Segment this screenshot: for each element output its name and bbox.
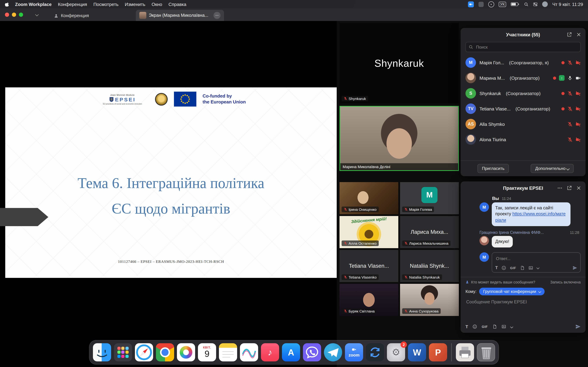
menu-edit[interactable]: Изменить bbox=[125, 1, 145, 7]
participants-search[interactable] bbox=[466, 42, 581, 52]
user-switcher-icon[interactable] bbox=[542, 1, 548, 7]
mic-muted-icon[interactable] bbox=[567, 106, 573, 111]
mic-muted-icon[interactable] bbox=[567, 91, 573, 96]
input-source-badge[interactable]: УК bbox=[499, 1, 506, 7]
camera-on-icon[interactable] bbox=[575, 75, 581, 81]
presentation-slide: Jean Monnet Module EPSEI EU practices of… bbox=[5, 87, 337, 278]
participant-row[interactable]: S Shynkaruk (Соорганизатор) bbox=[461, 86, 586, 101]
chat-recipient-selector[interactable]: Групповой чат конференции bbox=[479, 288, 545, 295]
dock-printer-icon[interactable] bbox=[456, 343, 474, 361]
speaker-muted-label: Shynkaruk bbox=[342, 96, 368, 101]
video-tile[interactable]: M Марія Голева bbox=[400, 182, 459, 214]
format-text-icon[interactable]: T bbox=[466, 324, 468, 329]
screenshot-icon[interactable] bbox=[501, 324, 506, 329]
chat-message-input[interactable] bbox=[466, 299, 582, 305]
attach-file-icon[interactable] bbox=[520, 266, 525, 270]
participant-row[interactable]: M Марія Гол... (Соорганизатор, я) bbox=[461, 55, 586, 70]
mic-muted-icon[interactable] bbox=[567, 121, 573, 127]
dock-viber-icon[interactable] bbox=[303, 343, 321, 361]
gif-icon[interactable]: GIF bbox=[510, 266, 516, 270]
dock-calendar-icon[interactable]: КВІТ. 9 bbox=[198, 343, 216, 361]
tab-screen-share[interactable]: Экран (Марина Миколаївна... bbox=[136, 10, 224, 21]
dock-finder-icon[interactable] bbox=[93, 343, 111, 361]
popout-icon[interactable] bbox=[567, 32, 572, 37]
dock-chrome-icon[interactable] bbox=[156, 343, 174, 361]
chevron-down-icon[interactable] bbox=[510, 325, 513, 328]
video-tile[interactable]: Анна Сухорукова bbox=[400, 284, 459, 316]
dock-zoom-icon[interactable]: zoom bbox=[345, 343, 363, 361]
search-input[interactable] bbox=[475, 44, 578, 50]
menu-help[interactable]: Справка bbox=[169, 1, 186, 7]
control-center-icon[interactable] bbox=[533, 2, 538, 7]
reply-input[interactable] bbox=[495, 256, 579, 261]
tab-list-chevron-icon[interactable] bbox=[35, 13, 39, 16]
camera-muted-icon[interactable] bbox=[575, 121, 581, 127]
camera-muted-icon[interactable] bbox=[575, 106, 581, 111]
video-tile[interactable]: Здійснення мрій! Алла Остапенко bbox=[339, 216, 398, 248]
video-tile[interactable]: Tetiana Vlasen... Tetiana Vlasenko bbox=[339, 250, 398, 282]
menu-view[interactable]: Посмотреть bbox=[94, 1, 119, 7]
dock-music-icon[interactable]: ♪ bbox=[261, 343, 279, 361]
video-tile[interactable]: Буряк Світлана bbox=[339, 284, 398, 316]
dock-photos-icon[interactable] bbox=[177, 343, 195, 361]
screenshot-icon[interactable] bbox=[528, 266, 533, 270]
dock-wave-app-icon[interactable] bbox=[240, 343, 258, 361]
emoji-icon[interactable] bbox=[502, 266, 506, 270]
gif-icon[interactable]: GIF bbox=[482, 325, 488, 329]
video-tile[interactable]: Лариса Миха... Лариса Михальчишина bbox=[400, 216, 459, 248]
more-options-icon[interactable] bbox=[557, 185, 562, 191]
dock-safari-icon[interactable] bbox=[135, 343, 153, 361]
participant-row[interactable]: Марина М... (Организатор) ↑ bbox=[461, 70, 586, 86]
mic-muted-icon[interactable] bbox=[567, 60, 573, 65]
popout-icon[interactable] bbox=[567, 185, 572, 191]
tab-conference[interactable]: Конференция bbox=[49, 10, 94, 21]
app-status-icon[interactable] bbox=[478, 1, 484, 7]
tab-more-icon[interactable] bbox=[214, 12, 221, 19]
dock-telegram-icon[interactable] bbox=[324, 343, 342, 361]
video-tile[interactable]: Ірина Онищенко bbox=[339, 182, 398, 214]
dock-powerpoint-icon[interactable]: P bbox=[429, 343, 447, 361]
apple-menu-icon[interactable] bbox=[5, 1, 9, 7]
send-icon[interactable] bbox=[575, 324, 581, 329]
reply-box[interactable]: T GIF bbox=[492, 252, 581, 273]
dock-launchpad-icon[interactable] bbox=[114, 343, 132, 361]
more-button[interactable]: Дополнительно bbox=[531, 164, 574, 173]
dock-appstore-icon[interactable]: A bbox=[282, 343, 300, 361]
participant-row[interactable]: TV Tetiana Vlase... (Соорганизатор) bbox=[461, 101, 586, 117]
participant-row[interactable]: AS Alla Shymko bbox=[461, 117, 586, 132]
menu-window[interactable]: Окно bbox=[152, 1, 162, 7]
fullscreen-window-button[interactable] bbox=[19, 13, 23, 17]
mic-muted-icon[interactable] bbox=[567, 137, 573, 142]
menu-app-name[interactable]: Zoom Workplace bbox=[15, 1, 52, 7]
camera-muted-icon[interactable] bbox=[575, 60, 581, 65]
mic-muted-icon bbox=[344, 97, 347, 100]
mic-on-icon[interactable] bbox=[567, 75, 573, 81]
video-tile[interactable]: Nataliia Shynk... Nataliia Shynkaruk bbox=[400, 250, 459, 282]
menu-conference[interactable]: Конференция bbox=[58, 1, 87, 7]
close-icon[interactable] bbox=[576, 185, 581, 191]
close-icon[interactable] bbox=[576, 32, 581, 37]
close-window-button[interactable] bbox=[5, 13, 9, 17]
battery-icon[interactable] bbox=[511, 2, 519, 6]
active-speaker-video[interactable]: Марина Миколаївна Дєліні bbox=[339, 106, 459, 171]
camera-muted-icon[interactable] bbox=[575, 91, 581, 96]
dock-word-icon[interactable]: W bbox=[408, 343, 426, 361]
dock-sync-app-icon[interactable] bbox=[366, 343, 384, 361]
camera-muted-icon[interactable] bbox=[575, 137, 581, 142]
minimize-window-button[interactable] bbox=[12, 13, 16, 17]
menu-clock[interactable]: Чт 9 квіт. 11:29 bbox=[552, 1, 583, 7]
emoji-icon[interactable] bbox=[473, 324, 477, 329]
attach-file-icon[interactable] bbox=[492, 324, 497, 329]
participant-row[interactable]: Alona Tiurina bbox=[461, 132, 586, 147]
dock-settings-icon[interactable]: 2 ⚙ bbox=[387, 343, 405, 361]
chevron-down-icon[interactable] bbox=[536, 266, 539, 269]
format-text-icon[interactable]: T bbox=[495, 265, 498, 270]
zoom-status-icon[interactable] bbox=[468, 1, 474, 7]
dock-notes-icon[interactable] bbox=[219, 343, 237, 361]
invite-button[interactable]: Пригласить bbox=[477, 164, 509, 173]
dock-trash-icon[interactable] bbox=[477, 343, 495, 361]
speaker-name-tile[interactable]: Shynkaruk Shynkaruk bbox=[339, 23, 459, 103]
send-icon[interactable] bbox=[573, 266, 577, 270]
spotlight-icon[interactable] bbox=[524, 2, 528, 7]
media-status-icon[interactable] bbox=[488, 1, 494, 7]
